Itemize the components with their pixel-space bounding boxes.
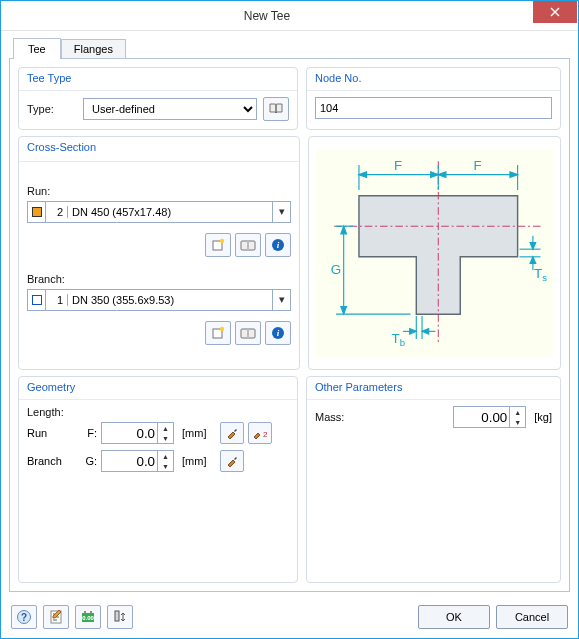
- mid-row: Cross-Section Run: 2 DN 450 (457x17.48) …: [18, 136, 561, 370]
- tee-diagram: F F G: [315, 143, 554, 363]
- ok-button[interactable]: OK: [418, 605, 490, 629]
- length-label: Length:: [27, 406, 289, 418]
- branch-library-button[interactable]: [235, 321, 261, 345]
- help-button[interactable]: ?: [11, 605, 37, 629]
- units-button[interactable]: 0.00: [75, 605, 101, 629]
- node-no-input[interactable]: [315, 97, 552, 119]
- title-bar: New Tee: [1, 1, 578, 31]
- new-icon: [211, 238, 225, 252]
- diagram-label-f2: F: [473, 158, 481, 173]
- branch-unit: [mm]: [182, 455, 206, 467]
- run-icons: i: [27, 233, 291, 257]
- eyedropper-2-icon: 2↔: [252, 426, 268, 440]
- group-geometry: Geometry Length: Run F: ▲▼ [mm]: [18, 376, 298, 583]
- client-area: Tee Flanges Tee Type Type: User-defined: [1, 31, 578, 598]
- top-row: Tee Type Type: User-defined N: [18, 67, 561, 130]
- type-library-button[interactable]: [263, 97, 289, 121]
- svg-text:0.00: 0.00: [82, 615, 94, 621]
- branch-pick-button[interactable]: [220, 450, 244, 472]
- diagram-label-f1: F: [394, 158, 402, 173]
- bottom-row: Geometry Length: Run F: ▲▼ [mm]: [18, 376, 561, 583]
- library-icon: [240, 239, 256, 251]
- close-button[interactable]: [533, 1, 577, 23]
- run-section-select[interactable]: 2 DN 450 (457x17.48) ▾: [27, 201, 291, 223]
- svg-rect-48: [90, 611, 92, 614]
- chevron-down-icon: ▾: [272, 202, 290, 222]
- branch-label: Branch:: [27, 273, 291, 285]
- spin-down-icon[interactable]: ▼: [158, 433, 173, 443]
- group-tee-type: Tee Type Type: User-defined: [18, 67, 298, 130]
- spin-down-icon[interactable]: ▼: [510, 417, 525, 427]
- run-length-input[interactable]: ▲▼: [101, 422, 174, 444]
- group-title-other: Other Parameters: [315, 381, 552, 393]
- run-name: Run: [27, 427, 73, 439]
- branch-info-button[interactable]: i: [265, 321, 291, 345]
- group-cross-section: Cross-Section Run: 2 DN 450 (457x17.48) …: [18, 136, 300, 370]
- group-other-parameters: Other Parameters Mass: ▲▼ [kg]: [306, 376, 561, 583]
- spin-down-icon[interactable]: ▼: [158, 461, 173, 471]
- tab-tee[interactable]: Tee: [13, 38, 61, 59]
- geom-row-run: Run F: ▲▼ [mm] 2↔: [27, 422, 289, 444]
- svg-rect-9: [247, 329, 249, 338]
- group-title-tee-type: Tee Type: [27, 72, 289, 84]
- mirror-icon: [113, 609, 127, 625]
- help-icon: ?: [16, 609, 32, 625]
- diagram-label-g: G: [331, 262, 341, 277]
- svg-rect-49: [115, 611, 119, 621]
- geom-row-branch: Branch G: ▲▼ [mm]: [27, 450, 289, 472]
- svg-rect-47: [84, 611, 86, 614]
- type-label: Type:: [27, 103, 77, 115]
- run-label: Run:: [27, 185, 291, 197]
- diagram-panel: F F G: [308, 136, 561, 370]
- branch-text: DN 350 (355.6x9.53): [68, 294, 272, 306]
- type-select[interactable]: User-defined: [83, 98, 257, 120]
- run-new-button[interactable]: [205, 233, 231, 257]
- mass-input[interactable]: ▲▼: [453, 406, 526, 428]
- info-icon: i: [271, 326, 285, 340]
- mass-row: Mass: ▲▼ [kg]: [315, 406, 552, 428]
- branch-sym: G:: [77, 455, 97, 467]
- svg-point-7: [220, 326, 224, 330]
- svg-rect-3: [247, 241, 249, 250]
- branch-section-select[interactable]: 1 DN 350 (355.6x9.53) ▾: [27, 289, 291, 311]
- run-info-button[interactable]: i: [265, 233, 291, 257]
- tab-strip: Tee Flanges: [13, 37, 570, 58]
- run-text: DN 450 (457x17.48): [68, 206, 272, 218]
- branch-length-input[interactable]: ▲▼: [101, 450, 174, 472]
- mass-label: Mass:: [315, 411, 453, 423]
- footer: ? 0.00 OK Cancel: [1, 598, 578, 638]
- cancel-button[interactable]: Cancel: [496, 605, 568, 629]
- tee-type-row: Type: User-defined: [27, 97, 289, 121]
- run-pick-button[interactable]: [220, 422, 244, 444]
- branch-name: Branch: [27, 455, 73, 467]
- run-sym: F:: [77, 427, 97, 439]
- eyedropper-icon: [225, 426, 239, 440]
- mass-unit: [kg]: [534, 411, 552, 423]
- branch-swatch: [28, 290, 46, 310]
- notes-icon: [49, 609, 63, 625]
- svg-point-1: [220, 238, 224, 242]
- mirror-button[interactable]: [107, 605, 133, 629]
- run-swatch: [28, 202, 46, 222]
- notes-button[interactable]: [43, 605, 69, 629]
- run-num: 2: [46, 206, 68, 218]
- branch-icons: i: [27, 321, 291, 345]
- tab-flanges[interactable]: Flanges: [61, 39, 126, 60]
- branch-num: 1: [46, 294, 68, 306]
- svg-text:?: ?: [21, 612, 27, 623]
- spin-up-icon[interactable]: ▲: [158, 423, 173, 433]
- group-node-no: Node No.: [306, 67, 561, 130]
- run-pick2-button[interactable]: 2↔: [248, 422, 272, 444]
- run-unit: [mm]: [182, 427, 206, 439]
- spin-up-icon[interactable]: ▲: [510, 407, 525, 417]
- spin-up-icon[interactable]: ▲: [158, 451, 173, 461]
- eyedropper-icon: [225, 454, 239, 468]
- new-icon: [211, 326, 225, 340]
- book-icon: [268, 102, 284, 116]
- branch-new-button[interactable]: [205, 321, 231, 345]
- units-icon: 0.00: [80, 609, 96, 625]
- group-title-geometry: Geometry: [27, 381, 289, 393]
- run-library-button[interactable]: [235, 233, 261, 257]
- svg-text:2↔: 2↔: [263, 430, 268, 439]
- info-icon: i: [271, 238, 285, 252]
